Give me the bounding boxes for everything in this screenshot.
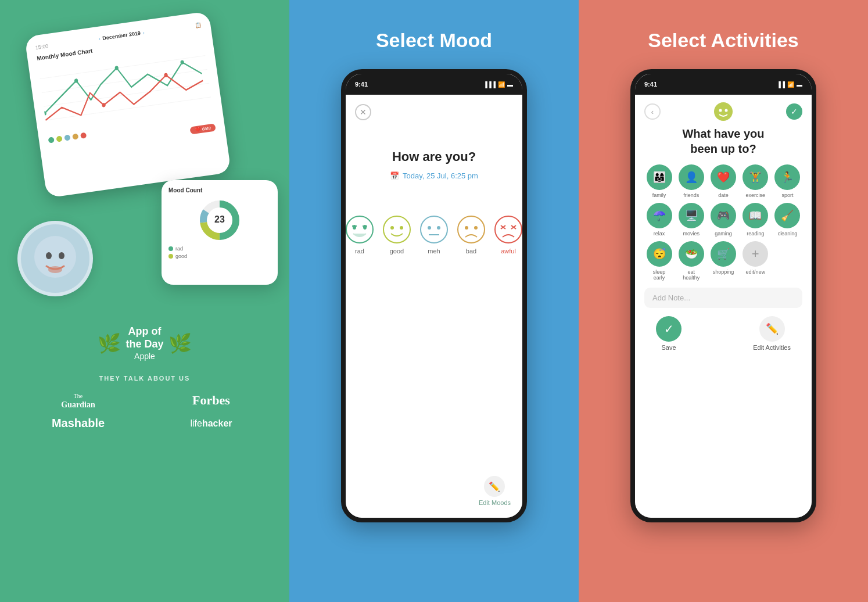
edit-new-icon: + [743,241,768,267]
phone-mockup-area: 15:00 ‹ December 2019 › 📋 Monthly Mood C… [0,17,289,320]
mood-label-rad: rad [355,248,364,255]
svg-point-41 [714,102,733,121]
activity-shopping[interactable]: 🛒 shopping [708,241,738,281]
svg-line-3 [45,97,211,120]
activities-nav: ‹ ✓ [644,102,802,121]
award-text: App of the Day [125,325,163,350]
calendar-icon: 📅 [390,171,399,180]
svg-point-24 [353,225,356,230]
mood-label-meh: meh [428,248,440,255]
mood-item-rad[interactable]: rad [345,215,374,255]
svg-point-25 [363,225,367,230]
activities-status-time: 9:41 [644,81,657,88]
activities-content: ‹ ✓ What have youbeen up to? 👨‍👩‍👧 famil… [635,95,812,518]
close-button[interactable]: ✕ [355,104,371,120]
mood-item-good[interactable]: good [382,215,411,255]
mood-phone-content: ✕ How are you? 📅 Today, 25 Jul, 6:25 pm [346,95,522,518]
activity-reading[interactable]: 📖 reading [741,203,770,236]
signal-icon: ▐▐▐ [483,81,496,88]
edit-moods-icon: ✏️ [484,476,505,497]
press-logo-mashable: Mashable [52,417,105,430]
donut-chart: 23 [196,197,243,243]
what-question: What have youbeen up to? [644,126,802,156]
svg-point-19 [346,216,373,243]
friends-icon: 👤 [679,164,704,190]
eat-icon: 🥗 [679,241,704,267]
svg-point-36 [495,216,522,243]
edit-activities-icon: ✏️ [759,316,785,342]
mood-emojis-row[interactable]: rad good [345,215,523,255]
svg-point-29 [421,216,447,243]
press-label: THEY TALK ABOUT US [17,375,272,382]
edit-activities-button[interactable]: ✏️ Edit Activities [753,316,791,351]
svg-point-43 [725,109,728,112]
laurel-badge: 🌿 App of the Day Apple 🌿 [98,325,191,361]
mood-label-good: good [390,248,404,255]
phone-chart-card: 15:00 ‹ December 2019 › 📋 Monthly Mood C… [24,11,231,198]
edit-activities-label: Edit Activities [753,344,791,351]
mood-label-awful: awful [501,248,516,255]
mood-count-title: Mood Count [168,187,271,193]
act-signal-icon: ▐▐ [777,81,785,88]
shopping-icon: 🛒 [711,241,736,267]
mood-status-bar: 9:41 ▐▐▐ 📶 ▬ [346,74,522,95]
press-logo-lifehacker: lifehacker [190,418,232,429]
press-logo-forbes: Forbes [192,393,230,408]
activity-family[interactable]: 👨‍👩‍👧 family [644,164,674,198]
activity-eat-healthy[interactable]: 🥗 eathealthy [676,241,706,281]
svg-point-35 [474,226,478,230]
activities-actions: ✓ Save ✏️ Edit Activities [644,316,802,351]
activity-movies[interactable]: 🖥️ movies [676,203,706,236]
activities-status-bar: 9:41 ▐▐ 📶 ▬ [635,74,812,95]
svg-point-42 [719,109,722,112]
activities-grid: 👨‍👩‍👧 family 👤 friends ❤️ date 🏋️ exerci… [644,164,802,281]
mood-item-bad[interactable]: bad [457,215,486,255]
check-button[interactable]: ✓ [786,103,802,120]
activity-edit-new[interactable]: + edit/new [741,241,770,281]
svg-point-26 [383,216,410,243]
activity-sleep-early[interactable]: 😴 sleepearly [644,241,674,281]
mood-item-meh[interactable]: meh [419,215,449,255]
svg-point-27 [390,226,394,230]
add-note-field[interactable]: Add Note... [644,288,802,308]
activity-gaming[interactable]: 🎮 gaming [708,203,738,236]
sport-icon: 🏃 [774,164,800,190]
activity-date[interactable]: ❤️ date [708,164,738,198]
wifi-icon: 📶 [498,81,505,88]
select-activities-title: Select Activities [648,29,799,52]
award-section: 🌿 App of the Day Apple 🌿 [98,325,191,361]
save-button[interactable]: ✓ Save [656,316,682,351]
mood-label-bad: bad [466,248,476,255]
save-label: Save [661,344,676,351]
save-icon: ✓ [656,316,682,342]
exercise-icon: 🏋️ [743,164,768,190]
movies-icon: 🖥️ [679,203,704,228]
mood-item-awful[interactable]: awful [494,215,523,255]
svg-point-18 [48,266,62,273]
mood-count-card: Mood Count 23 rad good [162,180,278,285]
chart-period: December 2019 [102,30,141,41]
activity-sport[interactable]: 🏃 sport [773,164,802,198]
reading-icon: 📖 [743,203,768,228]
cleaning-icon: 🧹 [774,203,800,228]
relax-icon: ☂️ [647,203,672,228]
back-button[interactable]: ‹ [644,103,661,120]
panel-salmon: Select Activities 9:41 ▐▐ 📶 ▬ ‹ ✓ [579,0,868,602]
svg-point-34 [465,226,468,230]
panel-blue: Select Mood 9:41 ▐▐▐ 📶 ▬ ✕ How are you? … [289,0,579,602]
battery-icon: ▬ [507,81,513,88]
svg-point-28 [400,226,403,230]
mood-question: How are you? [392,149,476,164]
activity-cleaning[interactable]: 🧹 cleaning [773,203,802,236]
date-icon: ❤️ [711,164,736,190]
activities-phone-screen: 9:41 ▐▐ 📶 ▬ ‹ ✓ What have youbeen up to? [630,69,816,522]
activity-friends[interactable]: 👤 friends [676,164,706,198]
edit-moods-button[interactable]: ✏️ Edit Moods [479,476,511,506]
svg-point-17 [59,252,64,259]
panel-green: 15:00 ‹ December 2019 › 📋 Monthly Mood C… [0,0,289,602]
activity-exercise[interactable]: 🏋️ exercise [741,164,770,198]
award-brand: Apple [125,352,163,361]
svg-point-30 [428,226,431,230]
activity-relax[interactable]: ☂️ relax [644,203,674,236]
act-battery-icon: ▬ [797,81,802,88]
